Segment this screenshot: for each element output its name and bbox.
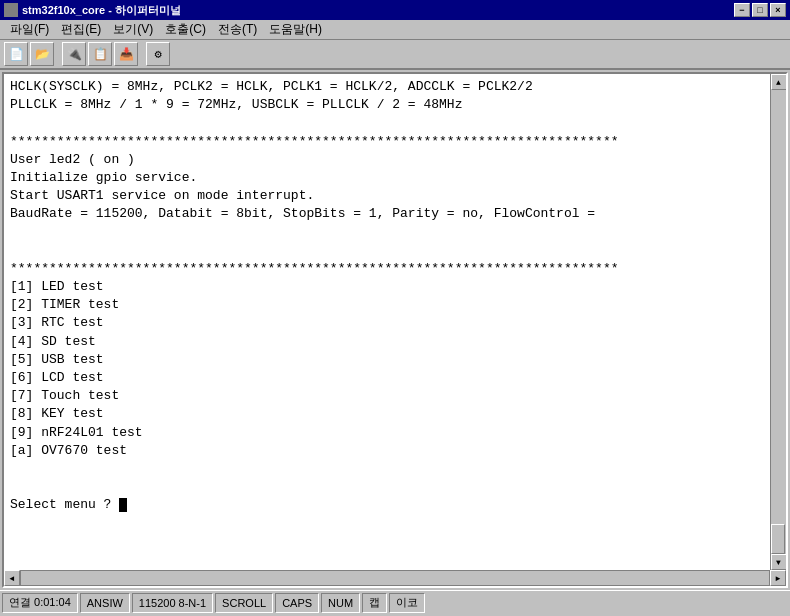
menu-file[interactable]: 파일(F) xyxy=(4,19,55,40)
status-bar: 연결 0:01:04 ANSIW 115200 8-N-1 SCROLL CAP… xyxy=(0,590,790,614)
terminal-container[interactable]: HCLK(SYSCLK) = 8MHz, PCLK2 = HCLK, PCLK1… xyxy=(2,72,788,588)
main-area: HCLK(SYSCLK) = 8MHz, PCLK2 = HCLK, PCLK1… xyxy=(0,70,790,590)
menu-transfer[interactable]: 전송(T) xyxy=(212,19,263,40)
open-button[interactable]: 📂 xyxy=(30,42,54,66)
cap2-status: 이코 xyxy=(389,593,425,613)
hscroll-track[interactable] xyxy=(20,570,770,586)
caps-status: CAPS xyxy=(275,593,319,613)
window-controls: − □ × xyxy=(734,3,786,17)
scroll-thumb[interactable] xyxy=(771,524,785,554)
disconnect-button[interactable]: 🔌 xyxy=(62,42,86,66)
terminal-output: HCLK(SYSCLK) = 8MHz, PCLK2 = HCLK, PCLK1… xyxy=(4,74,770,570)
scroll-right-button[interactable]: ► xyxy=(770,570,786,586)
menu-call[interactable]: 호출(C) xyxy=(159,19,212,40)
toolbar: 📄 📂 🔌 📋 📥 ⚙ xyxy=(0,40,790,70)
menu-bar: 파일(F) 편집(E) 보기(V) 호출(C) 전송(T) 도움말(H) xyxy=(0,20,790,40)
scroll-status: SCROLL xyxy=(215,593,273,613)
scroll-left-button[interactable]: ◄ xyxy=(4,570,20,586)
app-icon xyxy=(4,3,18,17)
menu-view[interactable]: 보기(V) xyxy=(107,19,159,40)
cursor xyxy=(119,498,127,512)
menu-edit[interactable]: 편집(E) xyxy=(55,19,107,40)
window-title: stm32f10x_core - 하이퍼터미널 xyxy=(22,3,181,18)
num-status: NUM xyxy=(321,593,360,613)
scroll-up-button[interactable]: ▲ xyxy=(771,74,787,90)
encoding-status: ANSIW xyxy=(80,593,130,613)
vertical-scrollbar[interactable]: ▲ ▼ xyxy=(770,74,786,570)
scroll-down-button[interactable]: ▼ xyxy=(771,554,787,570)
title-bar: stm32f10x_core - 하이퍼터미널 − □ × xyxy=(0,0,790,20)
scroll-track[interactable] xyxy=(771,90,786,554)
properties-button[interactable]: ⚙ xyxy=(146,42,170,66)
cap1-status: 캡 xyxy=(362,593,387,613)
title-bar-title: stm32f10x_core - 하이퍼터미널 xyxy=(4,3,181,18)
send-button[interactable]: 📋 xyxy=(88,42,112,66)
minimize-button[interactable]: − xyxy=(734,3,750,17)
close-button[interactable]: × xyxy=(770,3,786,17)
horizontal-scrollbar[interactable]: ◄ ► xyxy=(4,570,786,586)
menu-help[interactable]: 도움말(H) xyxy=(263,19,328,40)
receive-button[interactable]: 📥 xyxy=(114,42,138,66)
baudrate-status: 115200 8-N-1 xyxy=(132,593,213,613)
new-connection-button[interactable]: 📄 xyxy=(4,42,28,66)
maximize-button[interactable]: □ xyxy=(752,3,768,17)
connection-status: 연결 0:01:04 xyxy=(2,593,78,613)
